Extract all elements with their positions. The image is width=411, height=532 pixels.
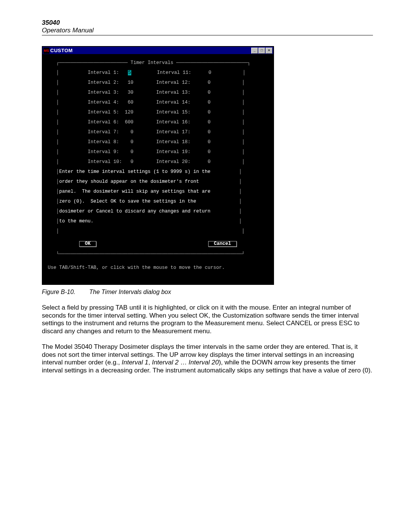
help-line-3: │panel. The dosimeter will skip any sett… — [45, 189, 271, 194]
interval-12-field[interactable]: 0 — [208, 80, 211, 85]
interval-row-8: │ Interval 8: 0 Interval 18: 0 │ — [45, 140, 271, 145]
frame-title-line: ┌──────────────────────── Timer Interval… — [45, 61, 271, 66]
interval-row-5: │ Interval 5: 120 Interval 15: 0 │ — [45, 110, 271, 115]
interval-9-field[interactable]: 0 — [131, 149, 134, 155]
dialog-title: Timer Intervals — [131, 60, 174, 66]
interval-18-field[interactable]: 0 — [208, 139, 211, 145]
figure: MS CUSTOM _ □ × ┌───────────────────────… — [42, 46, 373, 285]
help-line-6: │to the menu. │ — [45, 219, 271, 224]
page-header: 35040 Operators Manual — [42, 19, 373, 35]
interval-13-field[interactable]: 0 — [208, 90, 211, 95]
interval-row-1: │ Interval 1: 5 Interval 11: 0 │ — [45, 70, 271, 75]
interval-row-4: │ Interval 4: 60 Interval 14: 0 │ — [45, 100, 271, 105]
interval-row-6: │ Interval 6: 600 Interval 16: 0 │ — [45, 120, 271, 125]
ok-button[interactable]: OK — [79, 241, 96, 247]
paragraph-2: The Model 35040 Therapy Dosimeter displa… — [42, 343, 373, 375]
interval-7-field[interactable]: 0 — [131, 129, 134, 135]
interval-17-field[interactable]: 0 — [208, 129, 211, 135]
interval-5-field[interactable]: 120 — [125, 110, 134, 115]
interval-1-field[interactable]: 5 — [128, 70, 132, 75]
cancel-button[interactable]: Cancel — [208, 241, 237, 247]
titlebar: MS CUSTOM _ □ × — [43, 47, 273, 54]
interval-15-field[interactable]: 0 — [208, 110, 211, 115]
interval-10-field[interactable]: 0 — [131, 159, 134, 165]
system-menu-icon[interactable]: MS — [43, 48, 49, 54]
help-line-4: │zero (0). Select OK to save the setting… — [45, 199, 271, 204]
figure-caption-text: The Timer Intervals dialog box — [89, 289, 171, 295]
interval-3-field[interactable]: 30 — [128, 90, 134, 95]
interval-row-10: │ Interval 10: 0 Interval 20: 0 │ — [45, 160, 271, 165]
window-title: CUSTOM — [50, 48, 73, 53]
interval-2-field[interactable]: 10 — [128, 80, 134, 85]
interval-4-field[interactable]: 60 — [128, 100, 134, 105]
help-line-5: │dosimeter or Cancel to discard any chan… — [45, 209, 271, 214]
close-button[interactable]: × — [266, 48, 272, 54]
interval-row-2: │ Interval 2: 10 Interval 12: 0 │ — [45, 80, 271, 85]
paragraph-1: Select a field by pressing TAB until it … — [42, 304, 373, 335]
header-model: 35040 — [42, 19, 373, 27]
help-line-1: │Enter the time interval settings (1 to … — [45, 169, 271, 174]
interval-8-field[interactable]: 0 — [131, 139, 134, 145]
status-line: Use TAB/Shift-TAB, or click with the mou… — [45, 262, 271, 270]
interval-row-3: │ Interval 3: 30 Interval 13: 0 │ — [45, 90, 271, 95]
interval-row-7: │ Interval 7: 0 Interval 17: 0 │ — [45, 130, 271, 135]
figure-label: Figure B-10. — [42, 289, 88, 296]
maximize-button[interactable]: □ — [258, 48, 265, 54]
interval-20-field[interactable]: 0 — [208, 159, 211, 165]
dos-screen: ┌──────────────────────── Timer Interval… — [43, 54, 273, 284]
interval-11-field[interactable]: 0 — [209, 70, 212, 75]
interval-16-field[interactable]: 0 — [208, 120, 211, 125]
interval-row-9: │ Interval 9: 0 Interval 19: 0 │ — [45, 150, 271, 155]
app-window: MS CUSTOM _ □ × ┌───────────────────────… — [42, 46, 274, 285]
interval-6-field[interactable]: 600 — [125, 120, 134, 125]
figure-caption: Figure B-10. The Timer Intervals dialog … — [42, 289, 373, 296]
interval-14-field[interactable]: 0 — [208, 100, 211, 105]
minimize-button[interactable]: _ — [251, 48, 258, 54]
header-subtitle: Operators Manual — [42, 27, 373, 34]
help-line-2: │order they should appear on the dosimet… — [45, 179, 271, 184]
interval-19-field[interactable]: 0 — [208, 149, 211, 155]
